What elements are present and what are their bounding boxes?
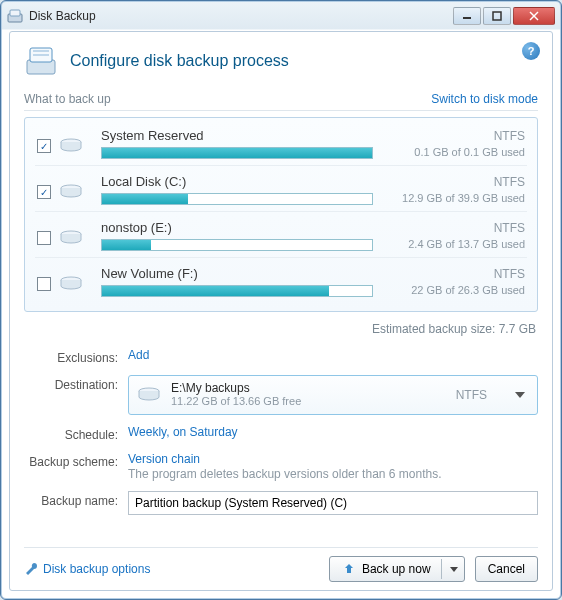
titlebar: Disk Backup xyxy=(1,1,561,31)
scheme-link[interactable]: Version chain xyxy=(128,452,200,466)
options-label: Disk backup options xyxy=(43,562,150,576)
destination-label: Destination: xyxy=(24,375,118,392)
disk-icon xyxy=(59,184,83,200)
volume-checkbox[interactable] xyxy=(37,277,51,291)
usage-bar-fill xyxy=(102,286,329,296)
exclusions-add-link[interactable]: Add xyxy=(128,348,149,362)
exclusions-label: Exclusions: xyxy=(24,348,118,365)
volume-name: New Volume (F:) xyxy=(101,266,198,281)
help-button[interactable]: ? xyxy=(522,42,540,60)
window-controls xyxy=(453,7,555,25)
chevron-down-icon[interactable] xyxy=(450,567,458,572)
svg-rect-3 xyxy=(493,12,501,20)
usage-bar xyxy=(101,147,373,159)
destination-fs: NTFS xyxy=(456,388,487,402)
disk-icon xyxy=(59,138,83,154)
schedule-link[interactable]: Weekly, on Saturday xyxy=(128,425,238,439)
disk-backup-icon xyxy=(24,44,58,78)
backup-name-input[interactable] xyxy=(128,491,538,515)
usage-bar-fill xyxy=(102,240,151,250)
volume-name: Local Disk (C:) xyxy=(101,174,186,189)
section-header: What to back up Switch to disk mode xyxy=(24,92,538,106)
volume-filesystem: NTFS xyxy=(375,175,525,189)
destination-path: E:\My backups xyxy=(171,381,446,395)
scheme-label: Backup scheme: xyxy=(24,452,118,469)
volume-row: ✓ System Reserved NTFS 0.1 GB of 0.1 GB … xyxy=(35,120,527,165)
usage-bar xyxy=(101,193,373,205)
volume-usage: 22 GB of 26.3 GB used xyxy=(385,284,525,296)
divider xyxy=(24,110,538,111)
volume-row: nonstop (E:) NTFS 2.4 GB of 13.7 GB used xyxy=(35,211,527,257)
scheme-description: The program deletes backup versions olde… xyxy=(128,467,538,481)
chevron-down-icon[interactable] xyxy=(515,392,525,398)
volume-usage: 2.4 GB of 13.7 GB used xyxy=(385,238,525,250)
volume-row: ✓ Local Disk (C:) NTFS 12.9 GB of 39.9 G… xyxy=(35,165,527,211)
volume-filesystem: NTFS xyxy=(375,129,525,143)
volume-filesystem: NTFS xyxy=(375,267,525,281)
back-up-now-button[interactable]: Back up now xyxy=(329,556,465,582)
footer: Disk backup options Back up now Cancel xyxy=(24,547,538,582)
disk-backup-options-link[interactable]: Disk backup options xyxy=(24,562,150,576)
volume-usage: 12.9 GB of 39.9 GB used xyxy=(385,192,525,204)
usage-bar-fill xyxy=(102,148,372,158)
app-icon xyxy=(7,8,23,24)
settings-form: Exclusions: Add Destination: E:\My backu… xyxy=(24,348,538,515)
close-button[interactable] xyxy=(513,7,555,25)
disk-backup-window: Disk Backup ? Configure disk backup proc… xyxy=(0,0,562,600)
volume-checkbox[interactable]: ✓ xyxy=(37,185,51,199)
volume-checkbox[interactable]: ✓ xyxy=(37,139,51,153)
estimated-size: Estimated backup size: 7.7 GB xyxy=(26,322,536,336)
disk-icon xyxy=(59,230,83,246)
dialog-content: ? Configure disk backup process What to … xyxy=(9,31,553,591)
header: Configure disk backup process xyxy=(24,44,538,78)
cancel-button[interactable]: Cancel xyxy=(475,556,538,582)
volume-filesystem: NTFS xyxy=(375,221,525,235)
backup-name-label: Backup name: xyxy=(24,491,118,508)
disk-icon xyxy=(59,276,83,292)
usage-bar-fill xyxy=(102,194,188,204)
volume-row: New Volume (F:) NTFS 22 GB of 26.3 GB us… xyxy=(35,257,527,303)
destination-selector[interactable]: E:\My backups 11.22 GB of 13.66 GB free … xyxy=(128,375,538,415)
schedule-label: Schedule: xyxy=(24,425,118,442)
volume-usage: 0.1 GB of 0.1 GB used xyxy=(385,146,525,158)
upload-icon xyxy=(342,562,356,576)
destination-free: 11.22 GB of 13.66 GB free xyxy=(171,395,446,408)
volume-name: System Reserved xyxy=(101,128,204,143)
volume-list: ✓ System Reserved NTFS 0.1 GB of 0.1 GB … xyxy=(24,117,538,312)
switch-mode-link[interactable]: Switch to disk mode xyxy=(431,92,538,106)
page-title: Configure disk backup process xyxy=(70,52,289,70)
maximize-button[interactable] xyxy=(483,7,511,25)
volume-checkbox[interactable] xyxy=(37,231,51,245)
back-up-now-label: Back up now xyxy=(362,562,431,576)
volume-name: nonstop (E:) xyxy=(101,220,172,235)
svg-rect-1 xyxy=(10,10,20,16)
window-title: Disk Backup xyxy=(29,9,453,23)
usage-bar xyxy=(101,285,373,297)
what-to-back-up-label: What to back up xyxy=(24,92,111,106)
minimize-button[interactable] xyxy=(453,7,481,25)
disk-icon xyxy=(137,387,161,403)
usage-bar xyxy=(101,239,373,251)
wrench-icon xyxy=(24,562,38,576)
